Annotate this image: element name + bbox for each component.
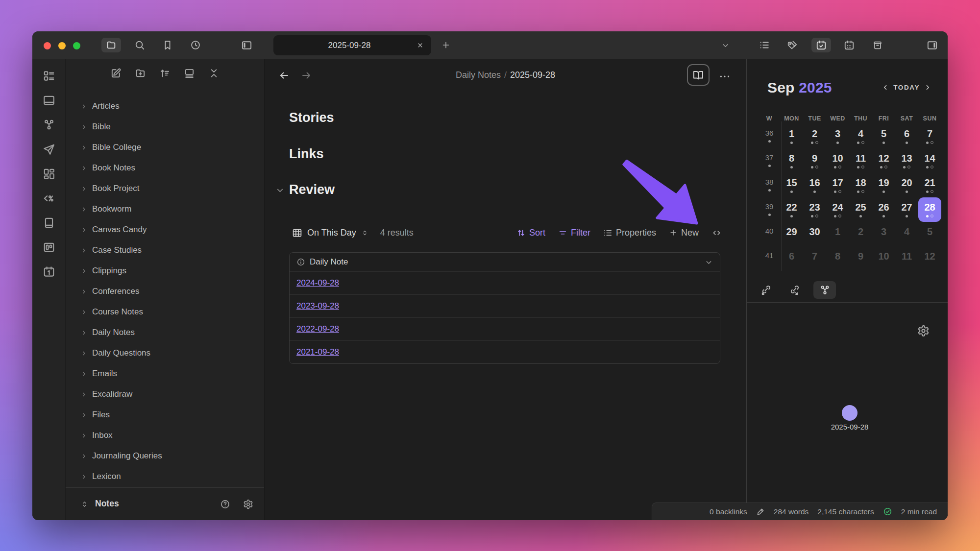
calendar-day[interactable]: 5 — [918, 222, 941, 246]
filter-button[interactable]: Filter — [558, 228, 590, 238]
chevron-down-icon[interactable] — [705, 258, 713, 266]
calendar-day[interactable]: 3 — [872, 222, 895, 246]
panel-stack-icon[interactable] — [184, 68, 195, 79]
calendar-day[interactable]: 2 — [803, 124, 826, 148]
folder-item[interactable]: Bookworm — [66, 199, 264, 219]
calendar-day[interactable]: 25 — [849, 197, 872, 222]
tab-list-dropdown[interactable] — [715, 38, 735, 52]
next-month-icon[interactable] — [924, 83, 932, 92]
calendar-day[interactable]: 19 — [872, 173, 895, 197]
new-tab-button[interactable] — [436, 38, 456, 52]
traffic-close-button[interactable] — [44, 42, 51, 49]
new-note-icon[interactable] — [110, 68, 122, 79]
layout-list-icon[interactable] — [43, 70, 55, 82]
calendar-day[interactable]: 22 — [780, 197, 803, 222]
folder-item[interactable]: Daily Questions — [66, 343, 264, 363]
folder-item[interactable]: Canvas Candy — [66, 219, 264, 240]
calendar-day[interactable]: 10 — [826, 148, 849, 173]
calendar-day[interactable]: 7 — [803, 246, 826, 271]
calendar-day[interactable]: 18 — [849, 173, 872, 197]
outline-button[interactable] — [755, 38, 774, 52]
calendar-day[interactable]: 4 — [849, 124, 872, 148]
heading-collapse-icon[interactable] — [275, 186, 285, 195]
table-row[interactable]: 2023-09-28 — [290, 294, 720, 317]
calendar-day[interactable]: 17 — [826, 173, 849, 197]
calendar-day[interactable]: 2 — [849, 222, 872, 246]
calendar-day[interactable]: 11 — [849, 148, 872, 173]
heading-links[interactable]: Links — [289, 146, 324, 162]
today-button[interactable]: TODAY — [893, 84, 920, 91]
backlinks-status[interactable]: 0 backlinks — [710, 507, 747, 516]
calendar-day[interactable]: 23 — [803, 197, 826, 222]
calendar-day[interactable]: 1 — [780, 124, 803, 148]
new-button[interactable]: New — [669, 228, 699, 238]
view-selector[interactable]: On This Day — [307, 228, 356, 238]
local-graph-button[interactable] — [813, 281, 836, 299]
calendar-day[interactable]: 9 — [849, 246, 872, 271]
templater-icon[interactable] — [43, 192, 55, 205]
calendar-day[interactable]: 6 — [895, 124, 918, 148]
folder-item[interactable]: Course Notes — [66, 302, 264, 322]
table-row[interactable]: 2022-09-28 — [290, 317, 720, 340]
table-header[interactable]: Daily Note — [290, 253, 720, 271]
kanban-icon[interactable] — [43, 241, 55, 254]
calendar-day[interactable]: 27 — [895, 197, 918, 222]
folder-item[interactable]: Book Notes — [66, 158, 264, 178]
table-row[interactable]: 2021-09-28 — [290, 340, 720, 363]
calendar-day[interactable]: 24 — [826, 197, 849, 222]
note-link[interactable]: 2024-09-28 — [296, 278, 339, 288]
calendar-day[interactable]: 20 — [895, 173, 918, 197]
calendar-day[interactable]: 4 — [895, 222, 918, 246]
calendar-day[interactable]: 8 — [826, 246, 849, 271]
note-link[interactable]: 2023-09-28 — [296, 301, 339, 311]
settings-gear-icon[interactable] — [243, 499, 253, 509]
calendar-day[interactable]: 7 — [918, 124, 941, 148]
graph-settings-gear-icon[interactable] — [917, 325, 930, 337]
properties-button[interactable]: Properties — [603, 228, 656, 238]
paper-plane-icon[interactable] — [43, 143, 55, 156]
more-options-icon[interactable] — [718, 70, 731, 83]
traffic-zoom-button[interactable] — [73, 42, 80, 49]
code-view-icon[interactable] — [711, 228, 722, 238]
full-calendar-button[interactable] — [839, 38, 859, 52]
right-sidebar-toggle[interactable] — [922, 38, 942, 52]
folder-item[interactable]: Bible College — [66, 137, 264, 158]
folder-item[interactable]: Journaling Queries — [66, 446, 264, 466]
help-icon[interactable] — [220, 499, 230, 509]
folder-item[interactable]: Bible — [66, 117, 264, 137]
folder-item[interactable]: Conferences — [66, 281, 264, 302]
tags-button[interactable] — [783, 38, 802, 52]
vault-name[interactable]: Notes — [95, 499, 119, 509]
calendar-day[interactable]: 12 — [872, 148, 895, 173]
calendar-day[interactable]: 12 — [918, 246, 941, 271]
archive-button[interactable] — [868, 38, 887, 52]
view-selector-chevrons-icon[interactable] — [361, 229, 368, 237]
search-button[interactable] — [130, 38, 149, 52]
sort-button[interactable]: Sort — [516, 228, 545, 238]
collapse-all-icon[interactable] — [208, 68, 220, 79]
reading-mode-button[interactable] — [687, 64, 710, 86]
folder-item[interactable]: Inbox — [66, 425, 264, 446]
table-row[interactable]: 2024-09-28 — [290, 271, 720, 294]
calendar-day[interactable]: 5 — [872, 124, 895, 148]
bookmarks-button[interactable] — [158, 38, 177, 52]
calendar-day[interactable]: 6 — [780, 246, 803, 271]
calendar-day[interactable]: 9 — [803, 148, 826, 173]
vault-switcher-icon[interactable] — [80, 500, 89, 508]
edit-mode-pencil-icon[interactable] — [756, 507, 765, 516]
folder-item[interactable]: Excalidraw — [66, 384, 264, 405]
calendar-day[interactable]: 14 — [918, 148, 941, 173]
table-view-icon[interactable] — [292, 228, 302, 238]
calendar-day[interactable]: 26 — [872, 197, 895, 222]
calendar-day[interactable]: 11 — [895, 246, 918, 271]
daily-note-calendar-icon[interactable] — [43, 265, 55, 278]
graph-icon[interactable] — [43, 119, 55, 131]
folder-item[interactable]: Clippings — [66, 261, 264, 281]
tab-close-button[interactable] — [413, 38, 427, 53]
folder-item[interactable]: Book Project — [66, 178, 264, 199]
calendar-day-selected[interactable]: 28 — [918, 197, 941, 222]
calendar-day[interactable]: 21 — [918, 173, 941, 197]
folder-item[interactable]: Articles — [66, 96, 264, 117]
word-count[interactable]: 284 words — [774, 507, 809, 516]
note-link[interactable]: 2022-09-28 — [296, 324, 339, 334]
